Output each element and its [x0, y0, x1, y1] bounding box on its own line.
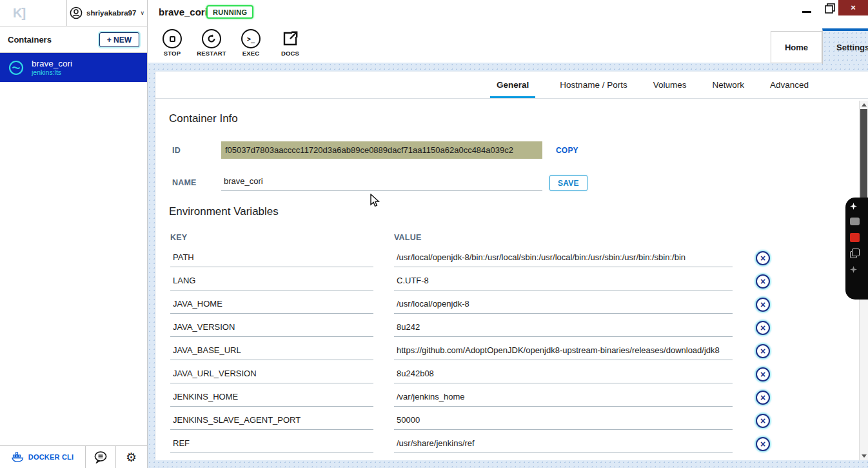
container-info-title: Container Info: [169, 112, 868, 126]
env-value-input[interactable]: [394, 343, 733, 360]
toolbar: STOP RESTART >_ EXEC: [148, 26, 868, 63]
delete-env-var-icon[interactable]: ×: [756, 251, 770, 265]
settings-card: General Hostname / Ports Volumes Network…: [155, 71, 868, 460]
copy-frames-icon[interactable]: [850, 251, 857, 258]
docs-label: DOCS: [275, 50, 306, 57]
env-key-input[interactable]: [170, 297, 373, 314]
stop-icon: [163, 29, 182, 48]
pause-button-icon[interactable]: [850, 218, 860, 225]
delete-env-var-icon[interactable]: ×: [756, 367, 770, 382]
env-key-input[interactable]: [170, 367, 373, 383]
delete-env-var-icon[interactable]: ×: [756, 437, 770, 451]
container-actions: STOP RESTART >_ EXEC: [157, 29, 306, 57]
env-row: ×: [155, 362, 868, 385]
env-row: ×: [155, 292, 868, 316]
env-row: ×: [155, 339, 868, 362]
name-input[interactable]: [221, 174, 542, 191]
env-value-input[interactable]: [394, 250, 733, 267]
sidebar: K] shriyakabra97 ∨ Containers + NEW brav…: [0, 0, 148, 468]
key-column-header: KEY: [170, 233, 394, 243]
env-value-input[interactable]: [394, 297, 733, 314]
env-key-input[interactable]: [170, 274, 373, 290]
container-status-icon: [8, 60, 24, 76]
env-key-input[interactable]: [170, 320, 373, 337]
delete-env-var-icon[interactable]: ×: [756, 414, 770, 428]
user-menu[interactable]: shriyakabra97 ∨: [67, 0, 147, 26]
env-value-input[interactable]: [394, 320, 733, 337]
status-badge: RUNNING: [206, 5, 253, 19]
copy-button[interactable]: COPY: [556, 146, 578, 155]
app-logo[interactable]: K]: [0, 0, 67, 26]
title-bar: brave_cori RUNNING ×: [148, 0, 868, 26]
containers-heading: Containers: [8, 35, 52, 45]
subtab-volumes[interactable]: Volumes: [652, 72, 688, 98]
gear-icon: ⚙: [126, 450, 137, 465]
env-key-input[interactable]: [170, 250, 373, 267]
recorder-settings-icon[interactable]: [850, 266, 857, 273]
save-button[interactable]: SAVE: [549, 175, 587, 191]
chat-bubble-icon: [94, 451, 108, 463]
container-image: jenkins:lts: [32, 68, 72, 76]
name-row: NAME SAVE: [155, 174, 868, 192]
env-value-input[interactable]: [394, 436, 733, 453]
env-key-input[interactable]: [170, 413, 373, 430]
record-stop-icon[interactable]: [850, 233, 860, 242]
env-vars-title: Environment Variables: [169, 205, 868, 219]
delete-env-var-icon[interactable]: ×: [756, 274, 770, 289]
scrollbar-thumb[interactable]: [860, 109, 867, 201]
env-value-input[interactable]: [394, 413, 733, 430]
screen-recorder-overlay: [845, 198, 868, 300]
restart-icon: [202, 29, 221, 48]
delete-env-var-icon[interactable]: ×: [756, 298, 770, 312]
restart-button[interactable]: RESTART: [196, 29, 227, 57]
subtab-network[interactable]: Network: [711, 72, 745, 98]
sidebar-item-brave-cori[interactable]: brave_cori jenkins:lts: [0, 53, 147, 82]
subtab-advanced[interactable]: Advanced: [769, 72, 810, 98]
delete-env-var-icon[interactable]: ×: [756, 391, 770, 405]
scroll-down-arrow-icon[interactable]: [862, 454, 867, 458]
restore-icon: [824, 3, 836, 14]
container-item-texts: brave_cori jenkins:lts: [32, 59, 72, 77]
env-key-input[interactable]: [170, 343, 373, 360]
docs-external-link-icon: [275, 29, 306, 48]
env-value-input[interactable]: [394, 390, 733, 407]
exec-icon: >_: [241, 29, 261, 48]
feedback-button[interactable]: [86, 446, 116, 468]
container-name: brave_cori: [32, 59, 72, 69]
stop-button[interactable]: STOP: [157, 29, 188, 57]
kitematic-logo-icon: K]: [13, 6, 25, 21]
env-row: ×: [155, 409, 868, 432]
delete-env-var-icon[interactable]: ×: [756, 344, 770, 358]
restore-button[interactable]: [824, 3, 836, 14]
subtab-general[interactable]: General: [490, 72, 535, 98]
container-id-value[interactable]: f05037d7803aacccc11720d3a6ab89ce0889dacf…: [221, 141, 542, 159]
docker-cli-button[interactable]: DOCKER CLI: [0, 446, 86, 468]
env-row: ×: [155, 246, 868, 269]
exec-button[interactable]: >_ EXEC: [235, 29, 266, 57]
delete-env-var-icon[interactable]: ×: [756, 321, 770, 335]
docs-button[interactable]: DOCS: [275, 29, 306, 57]
new-container-button[interactable]: + NEW: [99, 32, 139, 47]
avatar-icon: [70, 6, 83, 19]
tab-home[interactable]: Home: [771, 31, 822, 63]
restart-label: RESTART: [196, 50, 227, 57]
env-value-input[interactable]: [394, 274, 733, 290]
id-label: ID: [172, 146, 221, 155]
container-title: brave_cori: [159, 6, 208, 17]
env-key-input[interactable]: [170, 390, 373, 407]
close-button[interactable]: ×: [838, 0, 868, 15]
scroll-up-arrow-icon[interactable]: [862, 103, 867, 107]
env-row: ×: [155, 385, 868, 409]
settings-gear-button[interactable]: ⚙: [116, 446, 146, 468]
docker-whale-icon: [12, 452, 25, 462]
tab-settings[interactable]: Settings: [822, 28, 868, 64]
env-row: ×: [155, 316, 868, 339]
username: shriyakabra97: [86, 9, 136, 17]
subtab-hostname-ports[interactable]: Hostname / Ports: [558, 72, 628, 98]
env-table: × × × × × × ×: [155, 246, 868, 455]
minimize-button[interactable]: [802, 11, 811, 13]
env-key-input[interactable]: [170, 436, 373, 453]
containers-header-row: Containers + NEW: [0, 26, 147, 53]
sparkle-icon[interactable]: [850, 203, 857, 210]
env-value-input[interactable]: [394, 367, 733, 383]
